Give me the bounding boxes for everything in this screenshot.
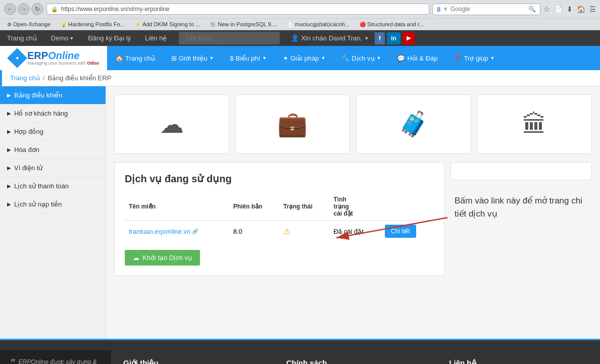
user-icon: 👤	[291, 34, 299, 42]
home-icon[interactable]: 🏠	[577, 5, 585, 13]
sidebar-arrow-icon-4: ▶	[7, 147, 11, 152]
domain-link[interactable]: trantuan.erponline.vn 🔗	[129, 228, 225, 235]
external-link-icon: 🔗	[192, 229, 198, 234]
chat-nav-icon: 💬	[397, 55, 405, 62]
topnav-trangchu[interactable]: Trang chủ	[0, 30, 44, 46]
bookmark-hardening[interactable]: 💡 Hardening Postfix Fo...	[58, 20, 128, 28]
download-icon[interactable]: ⬇	[567, 5, 573, 13]
topnav-lienhe[interactable]: Liên hệ	[138, 30, 174, 46]
col-tendomain: Tên miền	[125, 193, 229, 221]
site-topbar: Trang chủ Demo ▼ Đăng ký Đại lý Liên hệ …	[0, 30, 600, 46]
col-action	[381, 193, 434, 221]
help-nav-icon: ❓	[454, 55, 462, 62]
logo-text: ERPOnline Managing your business with Od…	[27, 50, 99, 66]
version-cell: 8.0	[229, 221, 279, 242]
breadcrumb-home[interactable]: Trang chủ	[10, 74, 40, 82]
star-icon[interactable]: ☆	[543, 5, 550, 13]
detail-button[interactable]: Chi tiết	[385, 225, 416, 238]
bookmark-icon[interactable]: 📄	[554, 5, 563, 13]
footer-quote: " ERPOnline được xây dựng & phát	[0, 350, 111, 364]
lock-icon: 🔒	[51, 6, 58, 13]
warning-icon: ⚠	[283, 227, 290, 236]
logo-area: ✦ ERPOnline Managing your business with …	[0, 46, 107, 70]
nav-gioithieu[interactable]: ⊞ Giới thiệu ▼	[163, 47, 222, 69]
sidebar-arrow-icon-3: ▶	[7, 129, 11, 134]
col-tinhtrang: Tình trạng cài đặt	[329, 193, 381, 221]
bookmark-muclucgp[interactable]: 📄 muclucgp(tab)cácnh...	[284, 20, 353, 28]
luggage-icon: 🧳	[398, 110, 429, 138]
bookmark-icon-1: ⚙	[7, 22, 12, 27]
social-icons: f in ▶	[375, 32, 415, 44]
browser-icons: ☆ 📄 ⬇ 🏠 ☰	[543, 5, 596, 13]
main-nav-items: 🏠 Trang chủ ⊞ Giới thiệu ▼ $ Biểu phí ▼ …	[107, 47, 503, 69]
bookmark-icon-5: 📄	[287, 22, 293, 27]
star-nav-icon: ✦	[283, 55, 288, 62]
service-section-wrapper: Dịch vụ đang sử dụng Tên miền Phiên bản …	[114, 162, 592, 276]
sidebar-arrow-icon-2: ▶	[7, 111, 11, 116]
annotation-text: Bấm vào link này để mở trang chi tiết dị…	[451, 190, 592, 224]
main-content: ☁ 💼 🧳 🏛 Dịch vụ đang sử dụng	[106, 86, 600, 339]
address-bar[interactable]: 🔒 https://www.erponline.vn/vi/my-erponli…	[46, 4, 429, 15]
briefcase-icon: 💼	[277, 110, 308, 138]
service-table: Tên miền Phiên bản Trạng thái Tình trạng…	[125, 193, 434, 242]
youtube-button[interactable]: ▶	[403, 32, 415, 44]
forward-button[interactable]: →	[18, 3, 30, 15]
cloud-btn-icon: ☁	[133, 254, 139, 262]
sidebar-item-lichsuthanhtoan[interactable]: ▶ Lịch sử thanh toán	[0, 177, 106, 195]
browser-search-icon: 🔍	[528, 6, 536, 13]
search-box[interactable]: 8 ▼ 🔍	[432, 4, 540, 15]
breadcrumb-separator: /	[43, 74, 45, 82]
icon-card-cloud[interactable]: ☁	[114, 94, 229, 154]
browser-chrome: ← → ↻ 🔒 https://www.erponline.vn/vi/my-e…	[0, 0, 600, 30]
topnav-demo[interactable]: Demo ▼	[44, 30, 81, 46]
icon-card-luggage[interactable]: 🧳	[356, 94, 471, 154]
nav-biemphi[interactable]: $ Biểu phí ▼	[222, 47, 275, 69]
sidebar-item-bangdiekhien[interactable]: ▶ Bảng điều khiển	[0, 86, 106, 105]
annotation-box: Bấm vào link này để mở trang chi tiết dị…	[451, 162, 592, 276]
home-nav-icon: 🏠	[115, 55, 123, 62]
site-topnav: Trang chủ Demo ▼ Đăng ký Đại lý Liên hệ …	[0, 30, 600, 46]
linkedin-button[interactable]: in	[387, 32, 401, 44]
sidebar-item-hoadon[interactable]: ▶ Hóa đơn	[0, 141, 106, 159]
content-layout: ▶ Bảng điều khiển ▶ Hồ sơ khách hàng ▶ H…	[0, 86, 600, 339]
cloud-icon: ☁	[160, 110, 184, 138]
sidebar-item-vidiemtu[interactable]: ▶ Ví điện tử	[0, 159, 106, 177]
nav-dichvu[interactable]: 🔧 Dịch vụ ▼	[333, 47, 389, 69]
bookmark-postgresql[interactable]: 🐘 New in PostgreSQL 9....	[207, 20, 280, 28]
sidebar-item-lichsunaption[interactable]: ▶ Lịch sử nạp tiền	[0, 195, 106, 214]
dollar-nav-icon: $	[230, 55, 233, 62]
main-nav: ✦ ERPOnline Managing your business with …	[0, 46, 600, 70]
bookmark-icon-4: 🐘	[210, 22, 216, 27]
nav-hoidap[interactable]: 💬 Hỏi & Đáp	[389, 47, 445, 69]
icon-card-bank[interactable]: 🏛	[477, 94, 592, 154]
topbar-search-input[interactable]	[179, 32, 280, 44]
create-service-button[interactable]: ☁ Khởi tạo Dịch vụ	[125, 250, 200, 266]
sidebar-arrow-icon-7: ▶	[7, 201, 11, 207]
domain-cell: trantuan.erponline.vn 🔗	[125, 221, 229, 242]
nav-giaiphap[interactable]: ✦ Giải pháp ▼	[275, 47, 333, 69]
url-text: https://www.erponline.vn/vi/my-erponline	[61, 6, 170, 13]
footer-col-gioithieu: Giới thiệu	[111, 350, 274, 364]
service-title: Dịch vụ đang sử dụng	[125, 173, 434, 185]
refresh-button[interactable]: ↻	[31, 3, 43, 15]
menu-icon[interactable]: ☰	[589, 5, 596, 13]
user-menu[interactable]: 👤 Xin chào David Tran, ▼	[285, 34, 375, 42]
search-engine-icon: 8	[437, 6, 440, 13]
topnav-dangky[interactable]: Đăng ký Đại lý	[81, 30, 138, 46]
browser-search-input[interactable]	[451, 6, 526, 13]
col-trangthai: Trạng thái	[279, 193, 329, 221]
nav-trangchu[interactable]: 🏠 Trang chủ	[107, 47, 163, 69]
back-button[interactable]: ←	[4, 3, 16, 15]
facebook-button[interactable]: f	[375, 32, 385, 44]
bookmark-dkim[interactable]: ⚡ Add DKIM Signing to ...	[132, 20, 203, 28]
grid-nav-icon: ⊞	[171, 55, 177, 62]
bookmark-structured[interactable]: 🔴 Structured data and r...	[357, 20, 427, 28]
sidebar-item-hopdong[interactable]: ▶ Hợp đồng	[0, 123, 106, 141]
bookmark-open-xchange[interactable]: ⚙ Open-Xchange	[4, 20, 54, 28]
nav-trogiup[interactable]: ❓ Trợ giúp ▼	[445, 47, 503, 69]
sidebar-arrow-icon-6: ▶	[7, 183, 11, 189]
sidebar-item-hosokh[interactable]: ▶ Hồ sơ khách hàng	[0, 105, 106, 123]
logo-diamond-icon: ✦	[15, 56, 19, 61]
icon-card-briefcase[interactable]: 💼	[235, 94, 351, 154]
annotation-input-field[interactable]	[451, 162, 592, 180]
